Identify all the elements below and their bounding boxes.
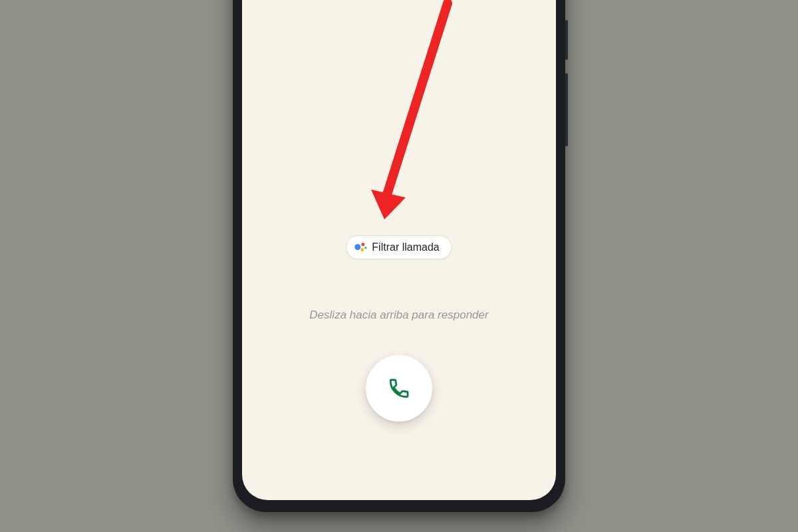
phone-side-button <box>565 73 568 146</box>
phone-side-button <box>565 20 568 60</box>
swipe-up-hint: Desliza hacia arriba para responder <box>242 309 556 322</box>
phone-screen: Filtrar llamada Desliza hacia arriba par… <box>242 0 556 500</box>
filter-call-label: Filtrar llamada <box>372 241 439 253</box>
stage: Filtrar llamada Desliza hacia arriba par… <box>0 0 798 532</box>
incoming-call-screen: Filtrar llamada Desliza hacia arriba par… <box>242 0 556 500</box>
google-assistant-icon <box>354 241 366 253</box>
answer-call-button[interactable] <box>366 355 432 422</box>
phone-frame: Filtrar llamada Desliza hacia arriba par… <box>233 0 565 512</box>
filter-call-button[interactable]: Filtrar llamada <box>346 235 452 259</box>
phone-icon <box>388 377 410 400</box>
